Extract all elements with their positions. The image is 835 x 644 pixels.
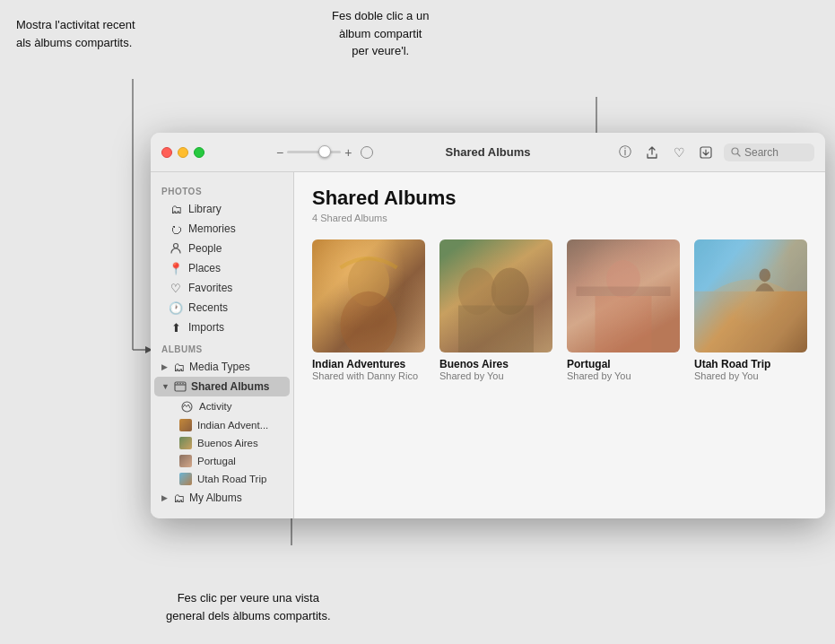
window-body: Photos 🗂 Library ⭮ Memories People 📍 Pla…: [151, 172, 825, 518]
sidebar-item-shared-albums[interactable]: ▼ Shared Albums: [154, 377, 290, 396]
album-item-indian[interactable]: Indian Adventures Shared with Danny Rico: [312, 239, 425, 381]
album-thumb-utah: [694, 239, 807, 352]
minimize-button[interactable]: [178, 147, 188, 158]
sidebar-item-indian-advent[interactable]: Indian Advent...: [154, 416, 290, 434]
sidebar-item-my-albums[interactable]: ▶ 🗂 My Albums: [154, 488, 290, 508]
album-sub-indian: Shared with Danny Rico: [312, 370, 425, 381]
callout-bottom-line1: Fes clic per veure una vista: [178, 591, 319, 605]
buenos-aires-icon: [179, 437, 192, 449]
traffic-lights: [161, 147, 204, 158]
people-icon: [169, 241, 183, 256]
sidebar-section-photos: Photos: [151, 179, 293, 199]
slider-minus-icon[interactable]: −: [276, 145, 283, 160]
toolbar-right: ⓘ ♡: [616, 144, 814, 161]
favorites-icon: ♡: [169, 281, 183, 295]
export-icon[interactable]: [697, 144, 715, 161]
svg-point-26: [759, 269, 770, 283]
callout-center: Fes doble clic a un àlbum compartit per …: [332, 7, 429, 60]
chevron-right-my-albums-icon: ▶: [161, 493, 168, 502]
callout-center-line3: per veure'l.: [352, 44, 409, 57]
window-title: Shared Albums: [446, 145, 531, 159]
sidebar-item-favorites[interactable]: ♡ Favorites: [154, 278, 290, 298]
sidebar-label-activity: Activity: [199, 401, 231, 412]
albums-grid: Indian Adventures Shared with Danny Rico…: [312, 239, 807, 381]
sidebar-item-memories[interactable]: ⭮ Memories: [154, 219, 290, 239]
album-item-portugal[interactable]: Portugal Shared by You: [567, 239, 680, 381]
svg-point-8: [732, 148, 738, 154]
album-item-utah[interactable]: Utah Road Trip Shared by You: [694, 239, 807, 381]
callout-left-line2: als àlbums compartits.: [16, 36, 132, 49]
sidebar-item-library[interactable]: 🗂 Library: [154, 199, 290, 219]
sidebar-label-people: People: [188, 242, 222, 255]
slider-plus-icon[interactable]: +: [344, 145, 352, 160]
album-name-buenos: Buenos Aires: [439, 358, 552, 370]
svg-point-17: [341, 292, 397, 352]
photos-window: − + Shared Albums ⓘ ♡: [151, 133, 825, 518]
sidebar-label-media-types: Media Types: [189, 361, 250, 373]
zoom-slider: − +: [276, 145, 373, 160]
svg-rect-22: [596, 296, 652, 352]
view-toggle-dot[interactable]: [361, 146, 373, 159]
share-icon[interactable]: [643, 144, 661, 161]
svg-point-14: [182, 383, 184, 385]
album-sub-portugal: Shared by You: [567, 370, 680, 381]
utah-icon: [179, 473, 192, 485]
svg-rect-23: [577, 287, 671, 297]
album-thumb-indian: [312, 239, 425, 352]
svg-point-10: [174, 244, 178, 248]
sidebar-item-places[interactable]: 📍 Places: [154, 258, 290, 278]
sidebar-label-shared-albums: Shared Albums: [191, 380, 270, 393]
album-thumb-portugal: [567, 239, 680, 352]
info-icon[interactable]: ⓘ: [616, 144, 634, 161]
search-box[interactable]: [724, 144, 814, 161]
sidebar-item-media-types[interactable]: ▶ 🗂 Media Types: [154, 357, 290, 377]
slider-track[interactable]: [287, 151, 341, 153]
sidebar-item-people[interactable]: People: [154, 239, 290, 258]
callout-left-line1: Mostra l'activitat recent: [16, 18, 135, 31]
content-title: Shared Albums: [312, 187, 807, 210]
album-name-utah: Utah Road Trip: [694, 358, 807, 370]
chevron-right-icon: ▶: [161, 362, 168, 371]
callout-bottom: Fes clic per veure una vista general del…: [166, 589, 331, 624]
indian-advent-icon: [179, 419, 192, 431]
callout-center-line1: Fes doble clic a un: [332, 9, 429, 22]
chevron-down-icon: ▼: [161, 382, 170, 391]
sidebar-label-recents: Recents: [188, 301, 228, 314]
search-input[interactable]: [744, 146, 807, 159]
sidebar-label-imports: Imports: [188, 321, 224, 334]
slider-thumb[interactable]: [318, 145, 331, 158]
search-icon: [731, 147, 741, 157]
svg-point-13: [179, 383, 181, 385]
places-icon: 📍: [169, 261, 183, 275]
sidebar-item-imports[interactable]: ⬆ Imports: [154, 318, 290, 337]
album-item-buenos[interactable]: Buenos Aires Shared by You: [439, 239, 552, 381]
sidebar: Photos 🗂 Library ⭮ Memories People 📍 Pla…: [151, 172, 294, 518]
recents-icon: 🕐: [169, 300, 183, 315]
sidebar-item-recents[interactable]: 🕐 Recents: [154, 298, 290, 318]
callout-left: Mostra l'activitat recent als àlbums com…: [16, 16, 135, 51]
sidebar-item-activity[interactable]: Activity: [154, 396, 290, 416]
album-name-indian: Indian Adventures: [312, 358, 425, 370]
close-button[interactable]: [161, 147, 172, 158]
main-content: Shared Albums 4 Shared Albums Indian Adv…: [294, 172, 825, 518]
svg-rect-20: [458, 306, 534, 353]
sidebar-item-buenos-aires[interactable]: Buenos Aires: [154, 434, 290, 452]
content-subtitle: 4 Shared Albums: [312, 213, 807, 223]
svg-marker-25: [694, 292, 807, 352]
svg-line-9: [738, 154, 741, 157]
sidebar-item-portugal[interactable]: Portugal: [154, 452, 290, 470]
activity-icon: [179, 399, 194, 413]
memories-icon: ⭮: [169, 222, 183, 236]
sidebar-label-buenos-aires: Buenos Aires: [197, 438, 258, 448]
heart-icon[interactable]: ♡: [670, 144, 688, 161]
sidebar-item-utah[interactable]: Utah Road Trip: [154, 470, 290, 488]
album-name-portugal: Portugal: [567, 358, 680, 370]
maximize-button[interactable]: [194, 147, 204, 158]
sidebar-label-my-albums: My Albums: [189, 492, 242, 504]
sidebar-label-places: Places: [188, 262, 221, 274]
sidebar-label-utah: Utah Road Trip: [197, 474, 266, 484]
sidebar-label-indian-advent: Indian Advent...: [197, 420, 268, 431]
library-icon: 🗂: [169, 202, 183, 216]
callout-bottom-line2: general dels àlbums compartits.: [166, 609, 331, 622]
album-sub-buenos: Shared by You: [439, 370, 552, 381]
